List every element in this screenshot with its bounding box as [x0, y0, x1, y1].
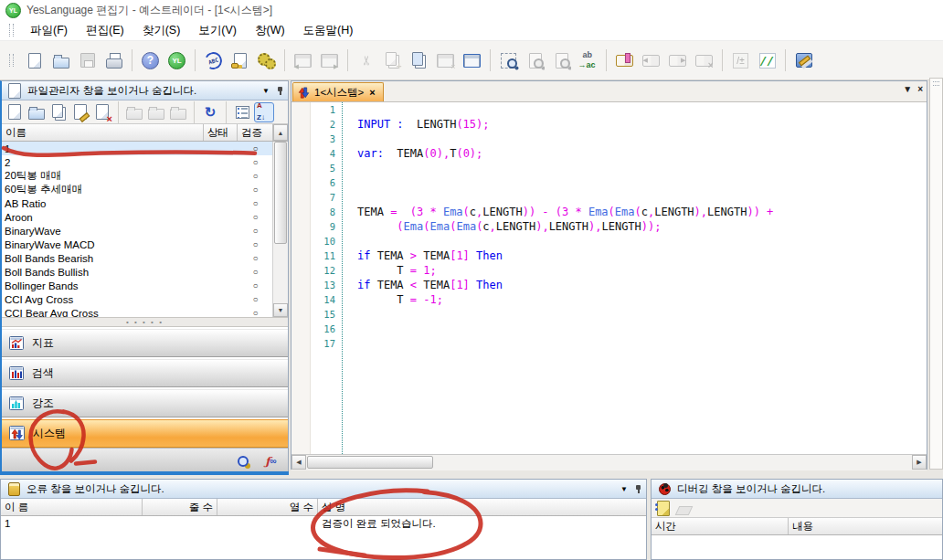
column-desc[interactable]: 설 명 — [318, 499, 646, 515]
list-item[interactable]: CCI Avg Cross○ — [2, 292, 288, 306]
print-button[interactable] — [101, 48, 126, 73]
function-list-button[interactable] — [228, 48, 252, 73]
debug-note-button[interactable] — [654, 500, 673, 517]
open-group-button — [146, 102, 166, 122]
column-name[interactable]: 이름 — [2, 124, 204, 141]
code-line: 4var: TEMA(0),T(0); — [291, 146, 927, 161]
panel-menu-dropdown[interactable]: ▼ — [260, 87, 272, 95]
copy-item-button[interactable] — [48, 102, 69, 122]
editor-horizontal-scrollbar[interactable]: ◀ ▶ — [291, 454, 927, 470]
view-detail-button[interactable] — [232, 102, 252, 122]
scroll-right-button[interactable]: ▶ — [912, 455, 927, 470]
window-title: YesLanguage 편집기 - 예스트레이더 - [1<시스템>] — [26, 3, 272, 18]
build-settings-button[interactable] — [254, 48, 279, 73]
code-text — [344, 234, 357, 248]
table-col-right-button — [317, 48, 342, 73]
menu-item-파일(F)[interactable]: 파일(F) — [21, 20, 77, 41]
sort-az-button[interactable] — [254, 102, 274, 122]
dock-accent-strip — [0, 471, 289, 475]
list-item[interactable]: Boll Bands Bearish○ — [2, 251, 288, 265]
code-line: 12 T = 1; — [291, 263, 927, 278]
refresh-button[interactable] — [200, 102, 220, 122]
copy-pages-icon — [408, 49, 430, 71]
scrollbar-thumb[interactable] — [307, 456, 433, 469]
item-label: CCI Avg Cross — [2, 294, 204, 305]
bookmark-open-button[interactable] — [612, 48, 637, 73]
open-file-button[interactable] — [48, 48, 73, 73]
code-line: 7 — [291, 190, 927, 205]
table-view-button[interactable] — [460, 48, 484, 73]
tab-close-icon[interactable]: × — [367, 87, 376, 98]
nav-button-강조[interactable]: 강조 — [2, 389, 288, 417]
column-content[interactable]: 내용 — [789, 518, 942, 534]
app-logo-icon: YL — [5, 3, 21, 18]
column-time[interactable]: 시간 — [652, 518, 789, 534]
list-item[interactable]: Boll Bands Bullish○ — [2, 265, 288, 279]
zoom-settings-button[interactable] — [230, 449, 255, 473]
nav-button-검색[interactable]: 검색 — [2, 359, 288, 387]
code-line: 6 — [291, 175, 927, 190]
new-file-button[interactable] — [22, 48, 47, 73]
rename-item-icon — [69, 101, 91, 123]
scrollbar-thumb[interactable] — [274, 142, 287, 244]
item-label: AB Ratio — [2, 198, 204, 209]
column-name[interactable]: 이 름 — [1, 499, 143, 515]
scroll-up-button[interactable]: ▲ — [273, 124, 288, 141]
tab-list-dropdown[interactable]: ▼ — [903, 84, 912, 94]
scroll-left-button[interactable]: ◀ — [291, 455, 306, 470]
tools-button[interactable] — [791, 48, 816, 73]
nav-label: 검색 — [32, 365, 54, 381]
comment-lines-button[interactable] — [755, 48, 779, 73]
pin-icon[interactable] — [276, 86, 284, 96]
menu-item-찾기(S)[interactable]: 찾기(S) — [133, 20, 190, 41]
column-status[interactable]: 상태 — [204, 124, 238, 141]
code-line: 17 — [291, 336, 927, 351]
category-nav: 지표검색강조시스템 — [2, 329, 288, 448]
file-list-scrollbar[interactable]: ▼ — [272, 142, 288, 317]
list-item[interactable]: 60틱봉 추세매매○ — [2, 183, 288, 196]
list-item[interactable]: Aroon○ — [2, 210, 288, 224]
menu-item-창(W)[interactable]: 창(W) — [246, 20, 294, 41]
menu-item-보기(V)[interactable]: 보기(V) — [189, 20, 246, 41]
list-item[interactable]: Bollinger Bands○ — [2, 279, 288, 292]
menu-item-편집(E)[interactable]: 편집(E) — [77, 20, 133, 41]
nav-button-지표[interactable]: 지표 — [2, 329, 288, 357]
yeslanguage-button[interactable] — [164, 48, 189, 73]
help-button[interactable] — [138, 48, 163, 73]
open-item-button[interactable] — [26, 102, 47, 122]
toolbar-separator — [347, 49, 348, 71]
nav-button-시스템[interactable]: 시스템 — [2, 419, 288, 448]
panel-splitter[interactable]: • • • • • — [2, 317, 288, 327]
syntax-check-button[interactable] — [201, 48, 226, 73]
scroll-down-button[interactable]: ▼ — [273, 303, 288, 317]
delete-item-button[interactable] — [92, 102, 112, 122]
replace-text-button[interactable] — [576, 48, 600, 73]
editor-close-button[interactable]: × — [917, 84, 923, 94]
tab-1-system[interactable]: 1<시스템> × — [292, 82, 384, 101]
error-row[interactable]: 1검증이 완료 되었습니다. — [1, 516, 646, 531]
debug-panel-title: 디버깅 창을 보이거나 숨깁니다. — [677, 482, 938, 496]
list-item[interactable]: BinaryWave MACD○ — [2, 238, 288, 251]
rename-item-button[interactable] — [70, 102, 90, 122]
list-item[interactable]: 20틱봉 매매○ — [2, 169, 288, 183]
panel-menu-dropdown[interactable]: ▼ — [618, 485, 630, 493]
column-line[interactable]: 줄 수 — [143, 499, 217, 515]
column-col[interactable]: 열 수 — [217, 499, 318, 515]
function-fx-button[interactable] — [259, 449, 283, 473]
debug-panel: 디버깅 창을 보이거나 숨깁니다. 시간 내용 — [651, 479, 943, 560]
list-item[interactable]: AB Ratio○ — [2, 196, 288, 210]
menu-item-도움말(H)[interactable]: 도움말(H) — [294, 20, 363, 41]
pin-icon[interactable] — [634, 484, 642, 494]
code-line: 8TEMA = (3 * Ema(c,LENGTH)) - (3 * Ema(E… — [291, 205, 927, 219]
copy-pages-button[interactable] — [407, 48, 431, 73]
zoom-selection-button[interactable] — [496, 48, 521, 73]
code-area[interactable]: 12INPUT : LENGTH(15);34var: TEMA(0),T(0)… — [291, 102, 927, 454]
replace-in-doc-button — [549, 48, 574, 73]
list-item[interactable]: CCI Bear Avg Cross○ — [2, 306, 288, 317]
new-item-button[interactable] — [5, 102, 25, 122]
column-verify[interactable]: 검증 — [238, 124, 273, 141]
code-line: 16 — [291, 322, 927, 336]
list-item[interactable]: BinaryWave○ — [2, 224, 288, 238]
list-item[interactable]: 2○ — [2, 155, 288, 169]
list-item[interactable]: 1○ — [2, 142, 288, 155]
